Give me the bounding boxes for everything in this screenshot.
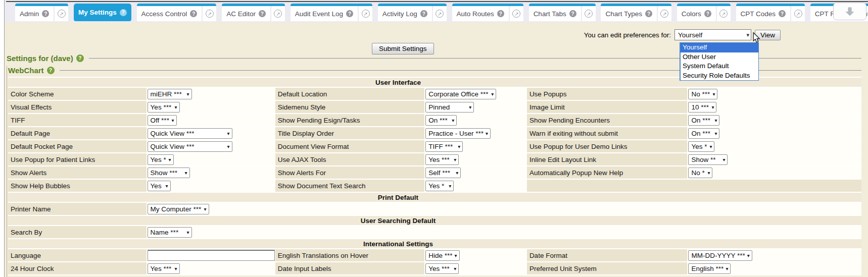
popout-icon[interactable] xyxy=(433,6,447,21)
document-text-search-select[interactable]: Yes * xyxy=(425,181,454,191)
section-header-row: International Settings xyxy=(8,239,861,248)
setting-label: Sidemenu Style xyxy=(275,101,425,113)
tab-auto-routes[interactable]: Auto Routes xyxy=(452,4,523,21)
title-display-order-select[interactable]: Practice - User *** xyxy=(425,128,491,139)
show-pending-encounters-select[interactable]: On *** xyxy=(688,115,719,126)
help-icon[interactable] xyxy=(779,10,786,17)
tab-admin[interactable]: Admin xyxy=(15,4,68,21)
table-row: Show Help Bubbles Yes Show Document Text… xyxy=(8,180,861,192)
help-icon[interactable] xyxy=(259,10,266,17)
submit-settings-button[interactable]: Submit Settings xyxy=(372,43,434,54)
scroll-tabs-down-button[interactable] xyxy=(833,3,866,20)
show-alerts-select[interactable]: Show *** xyxy=(148,168,190,178)
tab-my-settings[interactable]: My Settings xyxy=(74,4,131,21)
tiff-select[interactable]: Off *** xyxy=(148,115,177,126)
help-icon[interactable] xyxy=(497,10,504,17)
setting-label: TIFF xyxy=(8,114,147,126)
color-scheme-select[interactable]: miEHR *** xyxy=(148,89,192,99)
dropdown-option-system-default[interactable]: System Default xyxy=(681,62,758,71)
popout-icon[interactable] xyxy=(359,6,372,21)
show-help-bubbles-select[interactable]: Yes xyxy=(148,181,171,191)
date-format-select[interactable]: MM-DD-YYYY *** xyxy=(688,250,752,261)
popout-icon[interactable] xyxy=(203,6,216,21)
sidemenu-style-select[interactable]: Pinned xyxy=(425,102,474,113)
help-icon[interactable] xyxy=(47,67,55,74)
tab-activity-log[interactable]: Activity Log xyxy=(378,4,447,21)
date-input-labels-select[interactable]: Yes *** xyxy=(425,263,459,274)
tab-chart-types[interactable]: Chart Types xyxy=(601,4,671,21)
setting-label: Warn if exiting without submit xyxy=(527,127,688,139)
popup-patient-links-select[interactable]: Yes * xyxy=(148,154,174,165)
webchart-fieldset: WebChart User Interface Color Scheme miE… xyxy=(7,66,861,277)
help-icon[interactable] xyxy=(569,10,576,17)
language-input[interactable] xyxy=(148,250,275,261)
popout-icon[interactable] xyxy=(55,6,68,21)
table-row: Use Popup for Patient Links Yes * Use AJ… xyxy=(8,153,861,165)
tab-label: Chart Tabs xyxy=(534,10,566,18)
empty-cell xyxy=(275,203,861,215)
hour24-clock-select[interactable]: Yes *** xyxy=(148,263,180,274)
help-icon[interactable] xyxy=(704,10,711,17)
setting-label: Show Alerts For xyxy=(275,167,425,179)
tab-ac-editor[interactable]: AC Editor xyxy=(222,4,285,21)
english-translations-select[interactable]: Hide *** xyxy=(425,250,459,261)
webchart-title: WebChart xyxy=(8,66,44,75)
help-icon[interactable] xyxy=(645,10,652,17)
tab-label: AC Editor xyxy=(226,10,256,18)
popout-icon[interactable] xyxy=(791,6,805,21)
help-icon[interactable] xyxy=(190,10,197,17)
search-by-select[interactable]: Name *** xyxy=(148,227,192,238)
image-limit-select[interactable]: 10 *** xyxy=(688,102,716,113)
popout-icon[interactable] xyxy=(717,6,731,21)
popout-icon[interactable] xyxy=(582,6,596,21)
dropdown-option-other-user[interactable]: Other User xyxy=(681,52,758,62)
tab-colors[interactable]: Colors xyxy=(677,4,731,21)
tab-audit-event-log[interactable]: Audit Event Log xyxy=(291,4,372,21)
show-pending-esign-select[interactable]: On *** xyxy=(425,115,457,126)
page-title: Settings for (dave) xyxy=(7,54,73,63)
view-button[interactable]: View xyxy=(755,30,781,40)
setting-label: Show Pending Encounters xyxy=(527,114,688,126)
show-alerts-for-select[interactable]: Self *** xyxy=(425,168,461,178)
popout-icon[interactable] xyxy=(510,6,523,21)
help-icon[interactable] xyxy=(42,10,49,17)
default-pocket-page-select[interactable]: Quick View *** xyxy=(148,141,232,152)
section-title: User Searching Default xyxy=(8,216,861,225)
help-icon[interactable] xyxy=(120,9,127,16)
setting-label: Default Pocket Page xyxy=(8,140,147,152)
use-popups-select[interactable]: No *** xyxy=(688,89,717,99)
popout-icon[interactable] xyxy=(271,6,285,21)
tab-label: CPT Codes xyxy=(741,10,776,18)
popup-user-demo-links-select[interactable]: Yes * xyxy=(688,141,714,152)
tab-chart-tabs[interactable]: Chart Tabs xyxy=(529,4,596,21)
setting-label: Automatically Popup New Help xyxy=(527,167,688,179)
setting-label: Show Pending Esign/Tasks xyxy=(275,114,425,126)
dropdown-option-yourself[interactable]: Yourself xyxy=(681,43,758,52)
setting-label: 24 Hour Clock xyxy=(8,262,147,274)
help-icon[interactable] xyxy=(346,10,353,17)
setting-label: Document View Format xyxy=(275,140,425,152)
warn-exit-select[interactable]: On *** xyxy=(688,128,719,139)
table-row: Language English Translations on Hover H… xyxy=(8,249,861,261)
visual-effects-select[interactable]: Yes *** xyxy=(148,102,180,113)
default-page-select[interactable]: Quick View *** xyxy=(148,128,232,139)
help-icon[interactable] xyxy=(76,54,84,62)
document-view-format-select[interactable]: TIFF *** xyxy=(425,141,463,152)
auto-popup-new-help-select[interactable]: No * xyxy=(688,168,712,178)
tab-label: Admin xyxy=(20,10,39,18)
help-icon[interactable] xyxy=(420,10,427,17)
setting-label: Date Input Labels xyxy=(275,262,425,274)
setting-label: Use Popups xyxy=(527,88,688,100)
tab-label: Colors xyxy=(682,10,701,18)
printer-name-select[interactable]: My Computer *** xyxy=(148,204,209,214)
section-header-row: User Searching Default xyxy=(8,216,861,225)
inline-edit-layout-select[interactable]: Show ** xyxy=(688,154,728,165)
dropdown-option-security-role-defaults[interactable]: Security Role Defaults xyxy=(681,71,758,81)
edit-preferences-select[interactable]: Yourself xyxy=(674,29,751,40)
preferred-unit-system-select[interactable]: English *** xyxy=(688,263,731,274)
ajax-tools-select[interactable]: Yes *** xyxy=(425,154,459,165)
popout-icon[interactable] xyxy=(658,6,671,21)
default-location-select[interactable]: Corporate Office *** xyxy=(425,89,496,99)
tab-access-control[interactable]: Access Control xyxy=(137,4,217,21)
tab-cpt-codes[interactable]: CPT Codes xyxy=(736,4,805,21)
